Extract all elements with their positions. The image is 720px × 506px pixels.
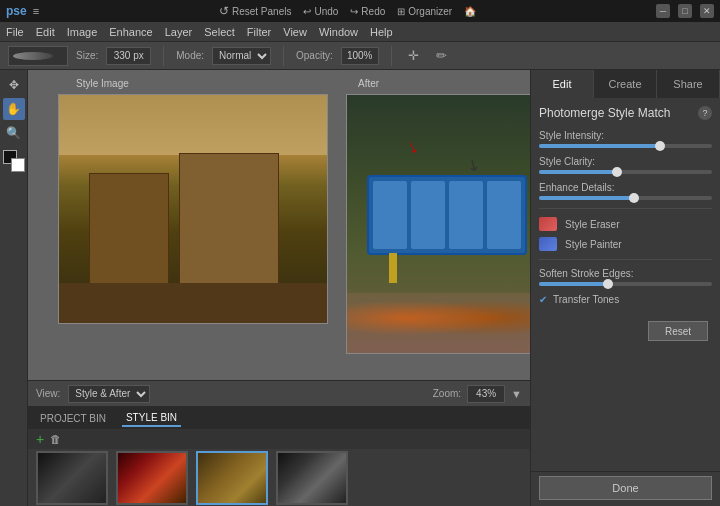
app-logo: pse <box>6 4 27 18</box>
thumb-image-3 <box>198 453 266 503</box>
undo-button[interactable]: ↩ Undo <box>303 6 338 17</box>
brush-picker[interactable] <box>8 46 68 66</box>
bin-delete-button[interactable]: 🗑 <box>50 433 61 445</box>
style-painter-label: Style Painter <box>565 239 622 250</box>
painter-icon <box>539 237 557 251</box>
transfer-tones-row[interactable]: ✔ Transfer Tones <box>539 294 712 305</box>
brush-preview <box>13 52 53 60</box>
enhance-details-row: Enhance Details: <box>539 182 712 200</box>
grid-icon: ⊞ <box>397 6 405 17</box>
after-image-canvas[interactable]: ↓ ↘ <box>346 94 530 354</box>
crosshair-icon[interactable]: ✛ <box>404 46 424 66</box>
thumb-image-1 <box>38 453 106 503</box>
background-color[interactable] <box>11 158 25 172</box>
info-icon[interactable]: ? <box>698 106 712 120</box>
mode-select[interactable]: Normal <box>212 47 271 65</box>
menu-edit[interactable]: Edit <box>36 26 55 38</box>
view-label: View: <box>36 388 60 399</box>
divider-3 <box>391 46 392 66</box>
enhance-details-track[interactable] <box>539 196 712 200</box>
hand-tool[interactable]: ✋ <box>3 98 25 120</box>
soften-stroke-row: Soften Stroke Edges: <box>539 268 712 286</box>
soften-stroke-thumb[interactable] <box>603 279 613 289</box>
tab-project-bin[interactable]: PROJECT BIN <box>36 411 110 426</box>
transfer-tones-label: Transfer Tones <box>553 294 619 305</box>
panel-title: Photomerge Style Match ? <box>539 106 712 120</box>
tab-edit[interactable]: Edit <box>531 70 594 98</box>
menu-filter[interactable]: Filter <box>247 26 271 38</box>
color-swatch[interactable] <box>3 150 25 172</box>
style-painter-row[interactable]: Style Painter <box>539 237 712 251</box>
mode-label: Mode: <box>176 50 204 61</box>
style-intensity-track[interactable] <box>539 144 712 148</box>
toolbar: Size: Mode: Normal Opacity: ✛ ✏ <box>0 42 720 70</box>
move-tool[interactable]: ✥ <box>3 74 25 96</box>
pencil-icon[interactable]: ✏ <box>432 46 452 66</box>
style-intensity-thumb[interactable] <box>655 141 665 151</box>
reset-panels-button[interactable]: ↺ Reset Panels <box>219 4 291 18</box>
canvas-workspace: Style Image After <box>28 70 530 380</box>
soften-stroke-fill <box>539 282 608 286</box>
tab-share[interactable]: Share <box>657 70 720 98</box>
view-select[interactable]: Style & After <box>68 385 150 403</box>
close-button[interactable]: ✕ <box>700 4 714 18</box>
maximize-button[interactable]: □ <box>678 4 692 18</box>
bench-slat-2 <box>411 181 445 249</box>
enhance-details-thumb[interactable] <box>629 193 639 203</box>
reset-button[interactable]: Reset <box>648 321 708 341</box>
menu-image[interactable]: Image <box>67 26 98 38</box>
style-clarity-thumb[interactable] <box>612 167 622 177</box>
style-image-canvas[interactable] <box>58 94 328 324</box>
menu-layer[interactable]: Layer <box>165 26 193 38</box>
right-panel: Edit Create Share Photomerge Style Match… <box>530 70 720 506</box>
done-button[interactable]: Done <box>539 476 712 500</box>
enhance-details-fill <box>539 196 634 200</box>
home-button[interactable]: 🏠 <box>464 6 476 17</box>
style-image-label: Style Image <box>76 78 129 89</box>
canvas-area: Style Image After <box>28 70 530 506</box>
menu-view[interactable]: View <box>283 26 307 38</box>
project-bin-tabs: PROJECT BIN STYLE BIN <box>28 407 530 429</box>
project-bin: PROJECT BIN STYLE BIN + 🗑 <box>28 406 530 506</box>
menu-window[interactable]: Window <box>319 26 358 38</box>
tab-style-bin[interactable]: STYLE BIN <box>122 410 181 427</box>
panel-divider-1 <box>539 208 712 209</box>
tab-create[interactable]: Create <box>594 70 657 98</box>
opacity-input[interactable] <box>341 47 379 65</box>
menu-enhance[interactable]: Enhance <box>109 26 152 38</box>
dark-arrow-icon: ↘ <box>463 153 484 176</box>
divider-1 <box>163 46 164 66</box>
organizer-button[interactable]: ⊞ Organizer <box>397 6 452 17</box>
bench-legs <box>389 253 530 283</box>
bin-add-button[interactable]: + <box>36 431 44 447</box>
soften-stroke-track[interactable] <box>539 282 712 286</box>
titlebar-left: pse ≡ <box>6 4 39 18</box>
sepia-ground <box>59 283 327 323</box>
sepia-sky <box>59 95 327 155</box>
zoom-input[interactable] <box>467 385 505 403</box>
zoom-tool[interactable]: 🔍 <box>3 122 25 144</box>
zoom-dropdown-icon[interactable]: ▼ <box>511 388 522 400</box>
red-arrow-icon: ↓ <box>402 134 422 159</box>
redo-button[interactable]: ↪ Redo <box>350 6 385 17</box>
thumbnail-3[interactable] <box>196 451 268 505</box>
menu-help[interactable]: Help <box>370 26 393 38</box>
style-clarity-track[interactable] <box>539 170 712 174</box>
panel-divider-2 <box>539 259 712 260</box>
menu-select[interactable]: Select <box>204 26 235 38</box>
minimize-button[interactable]: ─ <box>656 4 670 18</box>
menu-file[interactable]: File <box>6 26 24 38</box>
thumbnail-1[interactable] <box>36 451 108 505</box>
thumbnail-4[interactable] <box>276 451 348 505</box>
style-intensity-row: Style Intensity: <box>539 130 712 148</box>
bench-scene: ↓ ↘ <box>347 95 530 353</box>
thumbnails <box>28 449 530 506</box>
bench-slat-3 <box>449 181 483 249</box>
thumbnail-2[interactable] <box>116 451 188 505</box>
sepia-scene <box>59 95 327 323</box>
size-input[interactable] <box>106 47 151 65</box>
bottom-bar: View: Style & After Zoom: ▼ <box>28 380 530 406</box>
style-eraser-row[interactable]: Style Eraser <box>539 217 712 231</box>
style-intensity-label: Style Intensity: <box>539 130 712 141</box>
panel-bottom: Done <box>531 471 720 506</box>
